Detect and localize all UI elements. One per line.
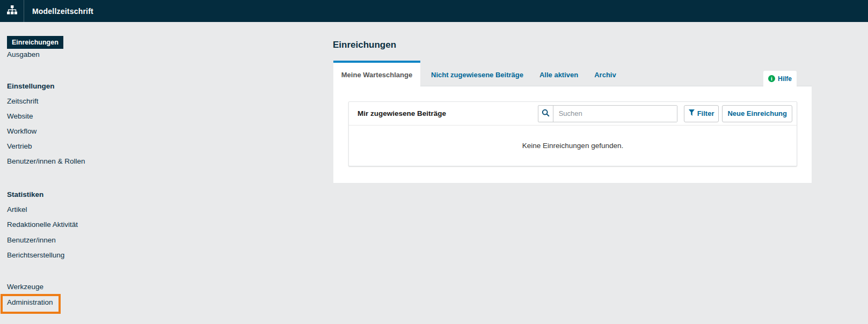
ojs-dashboard: Modellzeitschrift Einreichungen Ausgaben…	[0, 0, 868, 324]
filter-icon	[689, 109, 695, 117]
submissions-list-panel: Mir zugewiesene Beiträge	[348, 101, 797, 166]
sitemap-icon	[7, 5, 17, 17]
search-input[interactable]	[553, 106, 677, 122]
search-icon	[542, 109, 550, 119]
journal-title: Modellzeitschrift	[32, 7, 93, 16]
new-submission-button[interactable]: Neue Einreichung	[722, 105, 792, 122]
empty-state-message: Keine Einreichungen gefunden.	[349, 126, 797, 166]
sidebar-item-workflow[interactable]: Workflow	[7, 127, 37, 135]
sidebar-item-redaktionelle-aktivitaet[interactable]: Redaktionelle Aktivität	[7, 220, 78, 229]
filter-label: Filter	[697, 109, 714, 117]
sidebar-item-benutzer-rollen[interactable]: Benutzer/innen & Rollen	[7, 157, 85, 165]
sidebar-item-einreichungen[interactable]: Einreichungen	[7, 36, 63, 49]
sidebar-item-werkzeuge[interactable]: Werkzeuge	[7, 283, 43, 291]
topbar: Modellzeitschrift	[0, 0, 868, 22]
help-label: Hilfe	[778, 75, 792, 83]
sidebar-item-berichtserstellung[interactable]: Berichtserstellung	[7, 251, 64, 259]
tab-meine-warteschlange[interactable]: Meine Warteschlange	[333, 61, 420, 86]
filter-button[interactable]: Filter	[684, 105, 719, 122]
sidebar-item-ausgaben[interactable]: Ausgaben	[7, 50, 40, 58]
list-panel-header: Mir zugewiesene Beiträge	[349, 102, 797, 126]
search-button[interactable]	[538, 106, 553, 122]
tab-archiv[interactable]: Archiv	[586, 63, 624, 86]
sidebar-item-vertrieb[interactable]: Vertrieb	[7, 142, 32, 150]
tab-alle-aktiven[interactable]: Alle aktiven	[531, 63, 586, 86]
sidebar-section-einstellungen[interactable]: Einstellungen	[7, 82, 55, 90]
sidebar-item-zeitschrift[interactable]: Zeitschrift	[7, 97, 39, 105]
sidebar-item-artikel[interactable]: Artikel	[7, 205, 27, 213]
submissions-tabs: Meine Warteschlange Nicht zugewiesene Be…	[333, 61, 624, 86]
help-button[interactable]: i Hilfe	[763, 71, 797, 86]
tab-nicht-zugewiesene-beitraege[interactable]: Nicht zugewiesene Beiträge	[423, 63, 531, 86]
list-panel-title: Mir zugewiesene Beiträge	[358, 109, 538, 117]
administration-highlight-box	[1, 294, 61, 314]
home-button[interactable]	[0, 0, 24, 22]
sidebar-item-website[interactable]: Website	[7, 112, 33, 120]
tab-panel: Mir zugewiesene Beiträge	[333, 86, 812, 183]
info-icon: i	[768, 75, 775, 82]
sidebar-item-benutzer-innen[interactable]: Benutzer/innen	[7, 236, 56, 244]
search-box	[538, 105, 677, 122]
sidebar-section-statistiken[interactable]: Statistiken	[7, 190, 43, 198]
page-title: Einreichungen	[333, 40, 396, 50]
